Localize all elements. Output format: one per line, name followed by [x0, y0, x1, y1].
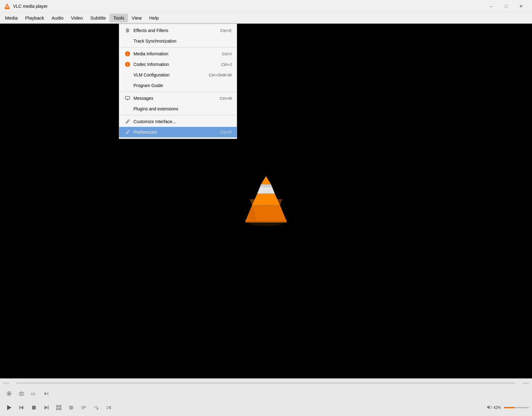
svg-rect-23: [247, 221, 285, 222]
volume-fill: [504, 407, 515, 408]
vlc-logo: [241, 174, 291, 228]
menu-customize[interactable]: Customize Interface...: [119, 116, 237, 127]
codec-info-label: Codec Information: [133, 62, 215, 67]
svg-marker-50: [97, 408, 98, 410]
svg-marker-16: [257, 190, 275, 193]
svg-rect-39: [57, 408, 58, 410]
media-info-shortcut: Ctrl+I: [222, 52, 232, 56]
svg-rect-30: [48, 392, 48, 395]
seek-bar-row: --:-- --:--: [0, 379, 532, 387]
effects-filters-label: Effects and Filters: [133, 28, 214, 33]
svg-rect-37: [57, 405, 58, 407]
menu-preferences[interactable]: Preferences Ctrl+P: [119, 127, 237, 137]
no-icon-3: [124, 82, 131, 89]
svg-point-25: [8, 392, 10, 395]
svg-point-46: [70, 408, 71, 409]
video-area[interactable]: [0, 24, 532, 378]
no-icon-1: [124, 38, 131, 44]
menu-vlm-config[interactable]: VLM Configuration Ctrl+Shift+W: [119, 70, 237, 80]
menu-effects-filters[interactable]: Effects and Filters Ctrl+E: [119, 25, 237, 36]
menu-subtitle[interactable]: Subtitle: [86, 14, 110, 22]
controls-row-top: AB: [0, 387, 532, 400]
menu-view[interactable]: View: [128, 14, 145, 22]
svg-point-6: [126, 29, 128, 30]
next-button[interactable]: [40, 402, 52, 414]
customize-label: Customize Interface...: [133, 119, 226, 124]
menu-messages[interactable]: Messages Ctrl+M: [119, 93, 237, 104]
shuffle-button[interactable]: [103, 402, 114, 414]
playlist-button[interactable]: [78, 402, 90, 414]
close-button[interactable]: ✕: [514, 1, 528, 11]
plugins-label: Plugins and extensions: [133, 106, 226, 111]
svg-marker-32: [20, 406, 23, 409]
record-button[interactable]: [3, 388, 15, 400]
frame-advance-button[interactable]: [40, 388, 52, 400]
loop-button[interactable]: [90, 402, 102, 414]
volume-area: 42%: [487, 404, 529, 411]
app-icon: [4, 3, 11, 10]
controls-row: 42%: [0, 400, 532, 416]
menu-program-guide[interactable]: Program Guide: [119, 80, 237, 91]
svg-marker-35: [44, 406, 48, 409]
ab-repeat-button[interactable]: AB: [28, 388, 40, 400]
volume-slider[interactable]: [504, 404, 529, 411]
menu-playback[interactable]: Playback: [21, 14, 48, 22]
codec-info-shortcut: Ctrl+J: [221, 62, 232, 67]
program-guide-label: Program Guide: [133, 83, 226, 88]
svg-marker-31: [7, 405, 12, 410]
fullscreen-button[interactable]: [53, 402, 65, 414]
svg-marker-57: [487, 405, 490, 409]
info-icon-1: i: [124, 50, 131, 57]
svg-point-44: [70, 406, 71, 407]
separator-1: [119, 47, 237, 48]
extended-settings-button[interactable]: [65, 402, 77, 414]
preferences-shortcut: Ctrl+P: [221, 130, 232, 135]
title-bar: VLC media player – □ ✕: [0, 0, 532, 12]
separator-2: [119, 92, 237, 92]
seek-bar[interactable]: [16, 382, 516, 384]
vlm-config-label: VLM Configuration: [133, 72, 203, 77]
messages-shortcut: Ctrl+M: [220, 96, 232, 101]
menu-bar: Media Playback Audio Video Subtitle Tool…: [0, 12, 532, 24]
window-title: VLC media player: [13, 4, 484, 9]
minimize-button[interactable]: –: [484, 1, 498, 11]
svg-rect-40: [59, 408, 61, 410]
svg-point-45: [71, 407, 72, 408]
svg-line-54: [108, 407, 111, 409]
maximize-button[interactable]: □: [499, 1, 513, 11]
snapshot-button[interactable]: [16, 388, 27, 400]
menu-codec-info[interactable]: i Codec Information Ctrl+J: [119, 59, 237, 70]
vlc-cone-svg: [241, 174, 291, 227]
monitor-icon: [124, 95, 131, 102]
svg-rect-2: [5, 8, 9, 9]
prev-button[interactable]: [16, 402, 27, 414]
wrench-icon-2: [124, 129, 131, 136]
menu-plugins[interactable]: Plugins and extensions: [119, 104, 237, 114]
separator-3: [119, 115, 237, 115]
svg-text:AB: AB: [31, 392, 35, 396]
window-controls: – □ ✕: [484, 1, 528, 11]
preferences-label: Preferences: [133, 130, 214, 135]
svg-rect-34: [32, 406, 36, 409]
menu-video[interactable]: Video: [67, 14, 86, 22]
time-remaining: --:--: [518, 381, 529, 385]
stop-button[interactable]: [28, 402, 40, 414]
svg-point-8: [126, 31, 128, 32]
menu-audio[interactable]: Audio: [48, 14, 67, 22]
menu-media-info[interactable]: i Media Information Ctrl+I: [119, 49, 237, 59]
volume-icon: [487, 405, 492, 411]
tools-dropdown: Effects and Filters Ctrl+E Track Synchro…: [119, 24, 237, 139]
svg-marker-56: [110, 408, 111, 409]
svg-marker-18: [261, 176, 271, 184]
track-sync-label: Track Synchronization: [133, 39, 226, 44]
svg-point-24: [7, 391, 11, 396]
menu-tools[interactable]: Tools: [110, 14, 128, 22]
svg-rect-33: [19, 406, 20, 409]
menu-help[interactable]: Help: [146, 14, 163, 22]
time-elapsed: --:--: [3, 381, 14, 385]
svg-rect-36: [48, 406, 49, 409]
play-button[interactable]: [3, 402, 15, 414]
menu-media[interactable]: Media: [1, 14, 21, 22]
menu-track-sync[interactable]: Track Synchronization: [119, 36, 237, 46]
media-info-label: Media Information: [133, 51, 216, 56]
